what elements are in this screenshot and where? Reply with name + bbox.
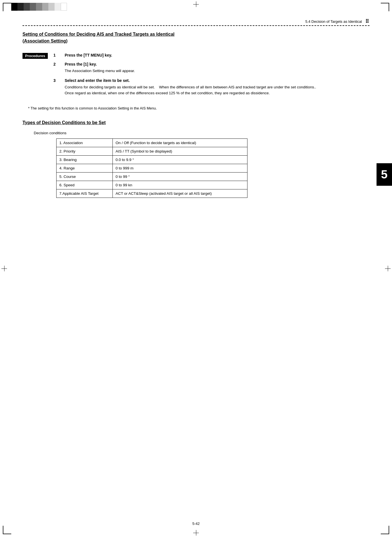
- table-cell-value: On / Off (Function to decide targets as …: [113, 138, 247, 147]
- step-1-num: 1: [53, 53, 59, 57]
- step-2-text: Press the [1] key.: [65, 62, 97, 66]
- step-2: 2 Press the [1] key. The Association Set…: [53, 62, 370, 74]
- types-section-title: Types of Decision Conditions to be Set: [22, 120, 370, 125]
- step-3-detail: Conditions for deciding targets as ident…: [65, 84, 370, 96]
- decision-conditions-label: Decision conditions: [34, 131, 370, 135]
- table-row: 6. Speed0 to 99 kn: [57, 181, 247, 189]
- header-dots: ⠿: [365, 18, 370, 24]
- types-section: Types of Decision Conditions to be Set D…: [22, 120, 370, 198]
- dashed-divider: [22, 25, 370, 26]
- step-1-header: 1 Press the [TT MENU] key.: [53, 53, 370, 57]
- table-row: 5. Course0 to 99 °: [57, 172, 247, 181]
- step-1-text: Press the [TT MENU] key.: [65, 53, 112, 57]
- table-cell-condition: 3. Bearing: [57, 155, 113, 164]
- corner-mark-br: [381, 526, 389, 534]
- page-header: 5.4 Decision of Targets as Identical ⠿: [22, 18, 370, 24]
- step-2-header: 2 Press the [1] key.: [53, 62, 370, 66]
- cross-mark-top: [193, 1, 199, 7]
- table-cell-condition: 2. Priority: [57, 147, 113, 155]
- main-content: Setting of Conditions for Deciding AIS a…: [22, 31, 370, 198]
- table-row: 2. PriorityAIS / TT (Symbol to be displa…: [57, 147, 247, 155]
- cross-mark-left: [1, 266, 7, 271]
- table-cell-value: 0 to 999 m: [113, 164, 247, 172]
- cross-mark-right: [385, 266, 391, 271]
- step-2-detail: The Association Setting menu will appear…: [65, 68, 370, 74]
- table-cell-value: 0 to 99 kn: [113, 181, 247, 189]
- table-row: 7.Applicable AIS TargetACT or ACT&Sleep …: [57, 189, 247, 198]
- step-2-num: 2: [53, 62, 59, 66]
- table-cell-value: ACT or ACT&Sleep (activated AIS target o…: [113, 189, 247, 198]
- chapter-tab: 5: [377, 163, 392, 186]
- table-cell-condition: 7.Applicable AIS Target: [57, 189, 113, 198]
- procedures-block: Procedures 1 Press the [TT MENU] key. 2 …: [22, 53, 370, 100]
- table-cell-condition: 5. Course: [57, 172, 113, 181]
- corner-mark-tr: [381, 3, 389, 11]
- table-row: 3. Bearing0.0 to 9.9 °: [57, 155, 247, 164]
- footnote: * The setting for this function is commo…: [28, 106, 370, 110]
- table-cell-value: 0.0 to 9.9 °: [113, 155, 247, 164]
- corner-mark-tl: [3, 3, 11, 11]
- table-cell-value: 0 to 99 °: [113, 172, 247, 181]
- conditions-table: 1. AssociationOn / Off (Function to deci…: [56, 138, 247, 198]
- procedures-steps: 1 Press the [TT MENU] key. 2 Press the […: [53, 53, 370, 100]
- section-title: Setting of Conditions for Deciding AIS a…: [22, 31, 370, 44]
- step-1: 1 Press the [TT MENU] key.: [53, 53, 370, 57]
- table-cell-value: AIS / TT (Symbol to be displayed): [113, 147, 247, 155]
- page-number: 5-42: [192, 522, 200, 526]
- step-3-text: Select and enter the item to be set.: [65, 78, 130, 83]
- table-cell-condition: 6. Speed: [57, 181, 113, 189]
- step-3: 3 Select and enter the item to be set. C…: [53, 78, 370, 96]
- table-row: 1. AssociationOn / Off (Function to deci…: [57, 138, 247, 147]
- table-cell-condition: 4. Range: [57, 164, 113, 172]
- table-row: 4. Range0 to 999 m: [57, 164, 247, 172]
- step-3-num: 3: [53, 78, 59, 83]
- procedures-label: Procedures: [22, 53, 48, 59]
- table-cell-condition: 1. Association: [57, 138, 113, 147]
- header-section-title: 5.4 Decision of Targets as Identical: [305, 19, 362, 24]
- grayscale-bar: [11, 3, 67, 11]
- corner-mark-bl: [3, 526, 11, 534]
- cross-mark-bottom: [193, 530, 199, 536]
- step-3-header: 3 Select and enter the item to be set.: [53, 78, 370, 83]
